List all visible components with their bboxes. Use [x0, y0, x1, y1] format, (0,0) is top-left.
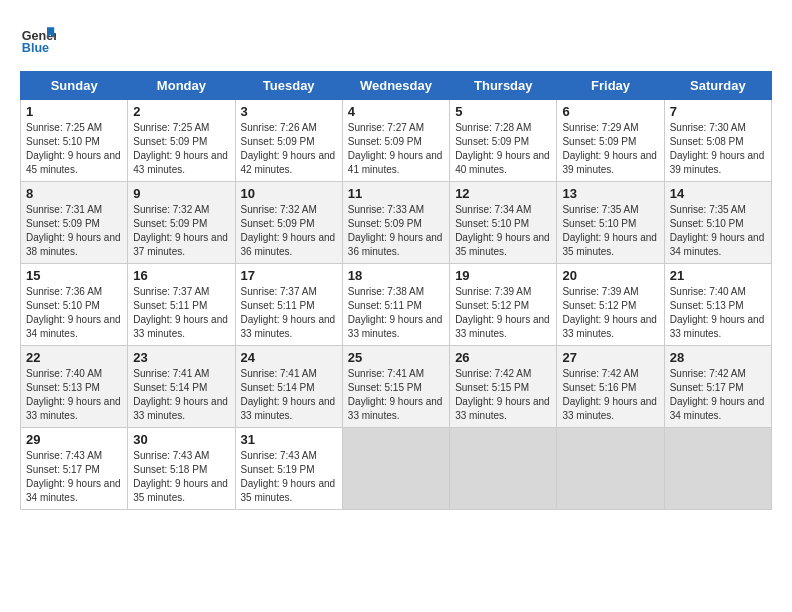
day-info: Sunrise: 7:43 AMSunset: 5:17 PMDaylight:… — [26, 450, 121, 503]
day-info: Sunrise: 7:42 AMSunset: 5:15 PMDaylight:… — [455, 368, 550, 421]
calendar-cell: 28Sunrise: 7:42 AMSunset: 5:17 PMDayligh… — [664, 346, 771, 428]
calendar-cell: 18Sunrise: 7:38 AMSunset: 5:11 PMDayligh… — [342, 264, 449, 346]
day-number: 25 — [348, 350, 444, 365]
day-info: Sunrise: 7:42 AMSunset: 5:17 PMDaylight:… — [670, 368, 765, 421]
day-info: Sunrise: 7:36 AMSunset: 5:10 PMDaylight:… — [26, 286, 121, 339]
logo-icon: General Blue — [20, 20, 56, 56]
day-number: 1 — [26, 104, 122, 119]
day-info: Sunrise: 7:38 AMSunset: 5:11 PMDaylight:… — [348, 286, 443, 339]
day-info: Sunrise: 7:32 AMSunset: 5:09 PMDaylight:… — [241, 204, 336, 257]
day-info: Sunrise: 7:26 AMSunset: 5:09 PMDaylight:… — [241, 122, 336, 175]
calendar-cell: 1Sunrise: 7:25 AMSunset: 5:10 PMDaylight… — [21, 100, 128, 182]
day-header-monday: Monday — [128, 72, 235, 100]
day-number: 12 — [455, 186, 551, 201]
day-number: 20 — [562, 268, 658, 283]
day-info: Sunrise: 7:35 AMSunset: 5:10 PMDaylight:… — [562, 204, 657, 257]
calendar-cell: 7Sunrise: 7:30 AMSunset: 5:08 PMDaylight… — [664, 100, 771, 182]
day-info: Sunrise: 7:41 AMSunset: 5:15 PMDaylight:… — [348, 368, 443, 421]
calendar-cell: 17Sunrise: 7:37 AMSunset: 5:11 PMDayligh… — [235, 264, 342, 346]
day-number: 13 — [562, 186, 658, 201]
calendar-cell: 5Sunrise: 7:28 AMSunset: 5:09 PMDaylight… — [450, 100, 557, 182]
day-info: Sunrise: 7:43 AMSunset: 5:18 PMDaylight:… — [133, 450, 228, 503]
day-info: Sunrise: 7:25 AMSunset: 5:10 PMDaylight:… — [26, 122, 121, 175]
day-number: 9 — [133, 186, 229, 201]
day-info: Sunrise: 7:39 AMSunset: 5:12 PMDaylight:… — [562, 286, 657, 339]
day-info: Sunrise: 7:29 AMSunset: 5:09 PMDaylight:… — [562, 122, 657, 175]
day-info: Sunrise: 7:30 AMSunset: 5:08 PMDaylight:… — [670, 122, 765, 175]
calendar-cell: 26Sunrise: 7:42 AMSunset: 5:15 PMDayligh… — [450, 346, 557, 428]
day-info: Sunrise: 7:40 AMSunset: 5:13 PMDaylight:… — [670, 286, 765, 339]
calendar-cell: 24Sunrise: 7:41 AMSunset: 5:14 PMDayligh… — [235, 346, 342, 428]
day-number: 4 — [348, 104, 444, 119]
day-header-thursday: Thursday — [450, 72, 557, 100]
day-info: Sunrise: 7:37 AMSunset: 5:11 PMDaylight:… — [241, 286, 336, 339]
calendar-cell: 14Sunrise: 7:35 AMSunset: 5:10 PMDayligh… — [664, 182, 771, 264]
calendar-cell: 27Sunrise: 7:42 AMSunset: 5:16 PMDayligh… — [557, 346, 664, 428]
day-info: Sunrise: 7:31 AMSunset: 5:09 PMDaylight:… — [26, 204, 121, 257]
day-number: 28 — [670, 350, 766, 365]
calendar-cell: 20Sunrise: 7:39 AMSunset: 5:12 PMDayligh… — [557, 264, 664, 346]
day-number: 8 — [26, 186, 122, 201]
calendar-cell: 15Sunrise: 7:36 AMSunset: 5:10 PMDayligh… — [21, 264, 128, 346]
calendar-cell: 6Sunrise: 7:29 AMSunset: 5:09 PMDaylight… — [557, 100, 664, 182]
day-number: 16 — [133, 268, 229, 283]
page-header: General Blue — [20, 20, 772, 56]
day-info: Sunrise: 7:35 AMSunset: 5:10 PMDaylight:… — [670, 204, 765, 257]
day-number: 2 — [133, 104, 229, 119]
day-number: 17 — [241, 268, 337, 283]
day-number: 3 — [241, 104, 337, 119]
day-number: 27 — [562, 350, 658, 365]
calendar-cell: 22Sunrise: 7:40 AMSunset: 5:13 PMDayligh… — [21, 346, 128, 428]
day-info: Sunrise: 7:28 AMSunset: 5:09 PMDaylight:… — [455, 122, 550, 175]
calendar-cell — [664, 428, 771, 510]
calendar-week-5: 29Sunrise: 7:43 AMSunset: 5:17 PMDayligh… — [21, 428, 772, 510]
calendar-week-2: 8Sunrise: 7:31 AMSunset: 5:09 PMDaylight… — [21, 182, 772, 264]
calendar-cell: 29Sunrise: 7:43 AMSunset: 5:17 PMDayligh… — [21, 428, 128, 510]
day-info: Sunrise: 7:27 AMSunset: 5:09 PMDaylight:… — [348, 122, 443, 175]
calendar-cell: 3Sunrise: 7:26 AMSunset: 5:09 PMDaylight… — [235, 100, 342, 182]
day-info: Sunrise: 7:41 AMSunset: 5:14 PMDaylight:… — [133, 368, 228, 421]
day-number: 21 — [670, 268, 766, 283]
day-number: 26 — [455, 350, 551, 365]
calendar-cell: 13Sunrise: 7:35 AMSunset: 5:10 PMDayligh… — [557, 182, 664, 264]
day-info: Sunrise: 7:33 AMSunset: 5:09 PMDaylight:… — [348, 204, 443, 257]
day-header-wednesday: Wednesday — [342, 72, 449, 100]
calendar-cell — [557, 428, 664, 510]
calendar-cell: 9Sunrise: 7:32 AMSunset: 5:09 PMDaylight… — [128, 182, 235, 264]
day-number: 5 — [455, 104, 551, 119]
calendar-cell: 31Sunrise: 7:43 AMSunset: 5:19 PMDayligh… — [235, 428, 342, 510]
calendar-cell: 16Sunrise: 7:37 AMSunset: 5:11 PMDayligh… — [128, 264, 235, 346]
calendar-cell: 2Sunrise: 7:25 AMSunset: 5:09 PMDaylight… — [128, 100, 235, 182]
calendar-cell: 12Sunrise: 7:34 AMSunset: 5:10 PMDayligh… — [450, 182, 557, 264]
calendar-week-3: 15Sunrise: 7:36 AMSunset: 5:10 PMDayligh… — [21, 264, 772, 346]
calendar-cell: 19Sunrise: 7:39 AMSunset: 5:12 PMDayligh… — [450, 264, 557, 346]
calendar-cell: 4Sunrise: 7:27 AMSunset: 5:09 PMDaylight… — [342, 100, 449, 182]
day-number: 22 — [26, 350, 122, 365]
calendar-week-1: 1Sunrise: 7:25 AMSunset: 5:10 PMDaylight… — [21, 100, 772, 182]
calendar-cell: 10Sunrise: 7:32 AMSunset: 5:09 PMDayligh… — [235, 182, 342, 264]
day-number: 23 — [133, 350, 229, 365]
calendar-header-row: SundayMondayTuesdayWednesdayThursdayFrid… — [21, 72, 772, 100]
day-info: Sunrise: 7:32 AMSunset: 5:09 PMDaylight:… — [133, 204, 228, 257]
day-number: 18 — [348, 268, 444, 283]
day-info: Sunrise: 7:37 AMSunset: 5:11 PMDaylight:… — [133, 286, 228, 339]
calendar-cell: 25Sunrise: 7:41 AMSunset: 5:15 PMDayligh… — [342, 346, 449, 428]
day-number: 29 — [26, 432, 122, 447]
day-number: 15 — [26, 268, 122, 283]
day-info: Sunrise: 7:34 AMSunset: 5:10 PMDaylight:… — [455, 204, 550, 257]
day-number: 14 — [670, 186, 766, 201]
calendar-week-4: 22Sunrise: 7:40 AMSunset: 5:13 PMDayligh… — [21, 346, 772, 428]
day-info: Sunrise: 7:39 AMSunset: 5:12 PMDaylight:… — [455, 286, 550, 339]
day-header-saturday: Saturday — [664, 72, 771, 100]
svg-text:Blue: Blue — [22, 41, 49, 55]
logo: General Blue — [20, 20, 56, 56]
day-info: Sunrise: 7:42 AMSunset: 5:16 PMDaylight:… — [562, 368, 657, 421]
day-number: 31 — [241, 432, 337, 447]
day-info: Sunrise: 7:40 AMSunset: 5:13 PMDaylight:… — [26, 368, 121, 421]
day-header-sunday: Sunday — [21, 72, 128, 100]
day-header-tuesday: Tuesday — [235, 72, 342, 100]
day-number: 24 — [241, 350, 337, 365]
calendar-table: SundayMondayTuesdayWednesdayThursdayFrid… — [20, 71, 772, 510]
day-number: 6 — [562, 104, 658, 119]
calendar-cell — [342, 428, 449, 510]
